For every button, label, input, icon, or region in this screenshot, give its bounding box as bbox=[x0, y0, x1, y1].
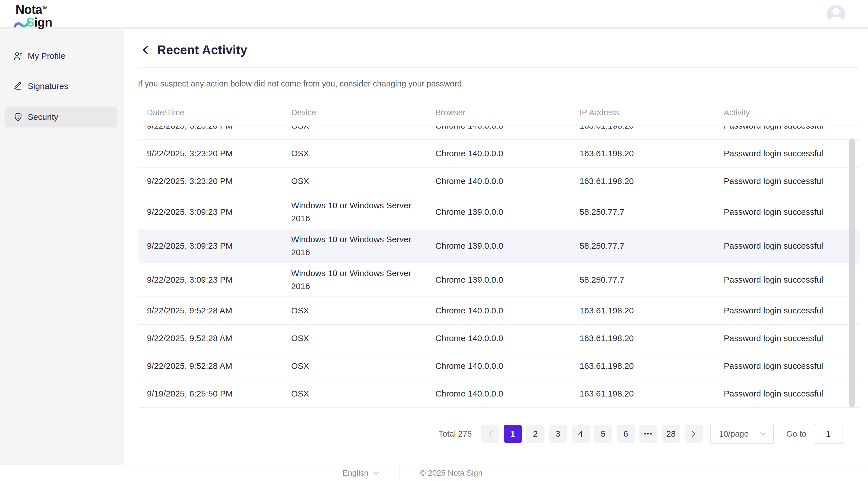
shield-icon bbox=[13, 112, 23, 122]
cell-ip: 163.61.198.20 bbox=[571, 300, 715, 321]
table-scrollbar-thumb[interactable] bbox=[849, 139, 855, 408]
brand-word-bottom-rest: ign bbox=[34, 17, 52, 28]
brand-logo[interactable]: NotaTM Sign bbox=[16, 2, 52, 29]
footer-divider bbox=[400, 466, 400, 480]
back-chevron-icon[interactable] bbox=[141, 44, 150, 56]
cell-device: Windows 10 or Windows Server 2016 bbox=[283, 229, 427, 263]
brand-word-top: NotaTM bbox=[16, 2, 52, 15]
sidebar-item-label: Security bbox=[28, 112, 58, 122]
pagination-more-button[interactable]: ••• bbox=[640, 425, 657, 443]
goto-page-input[interactable] bbox=[814, 424, 843, 444]
cell-device: OSX bbox=[283, 300, 427, 321]
table-row: 9/22/2025, 3:09:23 PMWindows 10 or Windo… bbox=[138, 229, 860, 263]
column-header-datetime: Date/Time bbox=[138, 108, 283, 117]
column-header-ip: IP Address bbox=[571, 108, 715, 117]
table-row: 9/22/2025, 3:23:20 PMOSXChrome 140.0.0.0… bbox=[138, 168, 860, 195]
cell-device: OSX bbox=[283, 328, 427, 349]
cell-activity: Password login successful bbox=[715, 384, 860, 404]
cell-ip: 163.61.198.20 bbox=[571, 328, 715, 349]
cell-datetime: 9/19/2025, 6:25:50 PM bbox=[138, 384, 283, 404]
table-row: 9/22/2025, 3:09:23 PMWindows 10 or Windo… bbox=[138, 263, 860, 297]
pagination-bar: Total 275 123456•••28 10/page Go to bbox=[438, 424, 843, 443]
cell-datetime: 9/22/2025, 3:09:23 PM bbox=[138, 202, 283, 222]
cell-datetime: 9/22/2025, 9:52:28 AM bbox=[138, 300, 283, 321]
pagination-page-button[interactable]: 2 bbox=[526, 425, 545, 443]
cell-device: Windows 10 or Windows Server 2016 bbox=[283, 263, 427, 297]
table-row: 9/22/2025, 3:23:20 PMOSXChrome 140.0.0.0… bbox=[138, 125, 860, 140]
table-row: 9/22/2025, 9:52:28 AMOSXChrome 140.0.0.0… bbox=[138, 353, 860, 380]
cell-browser: Chrome 139.0.0.0 bbox=[427, 236, 571, 256]
cell-browser: Chrome 140.0.0.0 bbox=[427, 384, 571, 404]
cell-ip: 58.250.77.7 bbox=[571, 202, 715, 222]
page-title: Recent Activity bbox=[157, 43, 247, 57]
page-size-select[interactable]: 10/page bbox=[710, 424, 774, 444]
pagination-page-button[interactable]: 1 bbox=[504, 425, 522, 443]
cell-browser: Chrome 140.0.0.0 bbox=[427, 125, 571, 136]
cell-device: OSX bbox=[283, 356, 427, 376]
sidebar-item-my-profile[interactable]: My Profile bbox=[4, 46, 117, 66]
sidebar-item-security[interactable]: Security bbox=[4, 107, 117, 127]
goto-label: Go to bbox=[786, 429, 806, 439]
pagination-page-button[interactable]: 6 bbox=[617, 425, 635, 443]
cell-activity: Password login successful bbox=[715, 143, 860, 163]
page-size-value: 10/page bbox=[719, 429, 759, 439]
cell-ip: 163.61.198.20 bbox=[571, 143, 715, 163]
column-header-browser: Browser bbox=[427, 108, 571, 117]
cell-device: Windows 10 or Windows Server 2016 bbox=[283, 195, 427, 229]
pagination-prev-button[interactable] bbox=[481, 425, 499, 443]
pagination-page-button[interactable]: 3 bbox=[549, 425, 567, 443]
title-divider bbox=[138, 67, 860, 67]
table-header-row: Date/Time Device Browser IP Address Acti… bbox=[138, 108, 860, 117]
cell-activity: Password login successful bbox=[715, 356, 860, 376]
cell-ip: 163.61.198.20 bbox=[571, 171, 715, 191]
cell-ip: 58.250.77.7 bbox=[571, 270, 715, 290]
pagination-page-button[interactable]: 5 bbox=[594, 425, 612, 443]
cell-activity: Password login successful bbox=[715, 328, 860, 349]
cell-datetime: 9/22/2025, 3:23:20 PM bbox=[138, 125, 283, 136]
cell-device: OSX bbox=[283, 171, 427, 191]
cell-datetime: 9/22/2025, 3:09:23 PM bbox=[138, 236, 283, 256]
cell-ip: 163.61.198.20 bbox=[571, 356, 715, 376]
pagination-page-button[interactable]: 4 bbox=[571, 425, 590, 443]
pagination-next-button[interactable] bbox=[685, 425, 703, 443]
column-header-activity: Activity bbox=[715, 108, 860, 117]
column-header-device: Device bbox=[283, 108, 427, 117]
trademark-mark: TM bbox=[42, 6, 47, 10]
cell-device: OSX bbox=[283, 384, 427, 404]
activity-table-rows: 9/22/2025, 3:23:20 PMOSXChrome 140.0.0.0… bbox=[138, 125, 860, 408]
cell-activity: Password login successful bbox=[715, 125, 860, 136]
cell-datetime: 9/22/2025, 3:23:20 PM bbox=[138, 143, 283, 163]
page-footer: English © 2025 Nota Sign bbox=[0, 464, 868, 481]
pagination-page-button[interactable]: 28 bbox=[662, 425, 680, 443]
cell-browser: Chrome 140.0.0.0 bbox=[427, 171, 571, 191]
sidebar-item-signatures[interactable]: Signatures bbox=[4, 76, 117, 97]
sidebar-item-label: My Profile bbox=[28, 51, 65, 61]
cell-datetime: 9/22/2025, 3:23:20 PM bbox=[138, 171, 283, 191]
brand-word-bottom-s: S bbox=[26, 17, 34, 28]
security-hint-text: If you suspect any action below did not … bbox=[138, 79, 464, 88]
signature-icon bbox=[13, 81, 23, 91]
cell-browser: Chrome 140.0.0.0 bbox=[427, 143, 571, 163]
cell-browser: Chrome 139.0.0.0 bbox=[427, 202, 571, 222]
table-row: 9/22/2025, 3:23:20 PMOSXChrome 140.0.0.0… bbox=[138, 140, 860, 168]
cell-ip: 163.61.198.20 bbox=[571, 125, 715, 136]
cell-device: OSX bbox=[283, 125, 427, 136]
user-profile-icon bbox=[13, 51, 23, 61]
cell-ip: 58.250.77.7 bbox=[571, 236, 715, 256]
activity-table-body[interactable]: 9/22/2025, 3:23:20 PMOSXChrome 140.0.0.0… bbox=[138, 125, 860, 418]
copyright-text: © 2025 Nota Sign bbox=[420, 469, 482, 478]
chevron-right-icon bbox=[690, 430, 697, 438]
language-selector[interactable]: English bbox=[342, 469, 380, 478]
top-navbar: NotaTM Sign bbox=[0, 0, 868, 29]
sidebar-item-label: Signatures bbox=[28, 81, 68, 91]
cell-browser: Chrome 140.0.0.0 bbox=[427, 300, 571, 321]
table-row: 9/22/2025, 9:52:28 AMOSXChrome 140.0.0.0… bbox=[138, 297, 860, 325]
cell-browser: Chrome 140.0.0.0 bbox=[427, 328, 571, 349]
cell-datetime: 9/22/2025, 9:52:28 AM bbox=[138, 328, 283, 349]
chevron-down-icon bbox=[372, 471, 380, 476]
pagination-total: Total 275 bbox=[438, 429, 472, 439]
cell-activity: Password login successful bbox=[715, 270, 860, 290]
sidebar: My Profile Signatures Security bbox=[0, 30, 124, 464]
user-avatar[interactable] bbox=[827, 5, 845, 24]
cell-device: OSX bbox=[283, 143, 427, 163]
